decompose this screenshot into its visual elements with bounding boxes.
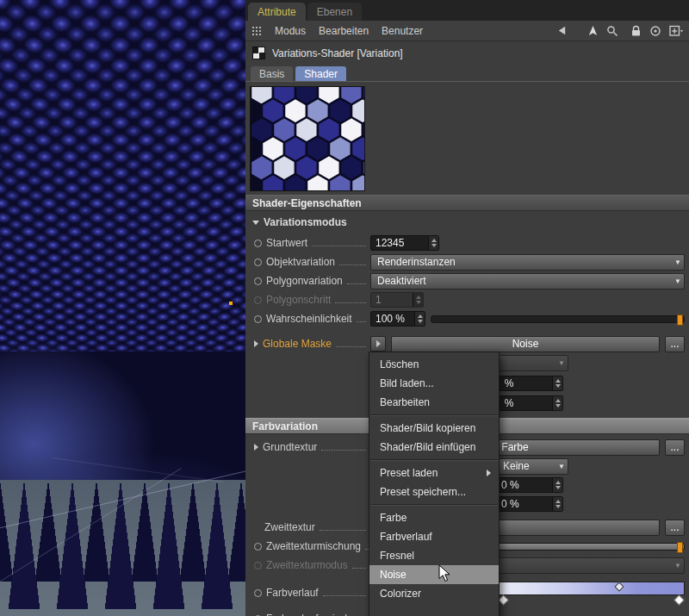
menu-separator	[370, 459, 498, 461]
section-shader-eigenschaften[interactable]: Shader-Eigenschaften	[245, 195, 689, 211]
dotted-leader	[339, 264, 366, 265]
dotted-leader	[336, 346, 366, 347]
attribute-manager-panel: Attribute Ebenen Modus Bearbeiten Benutz…	[245, 0, 689, 616]
anim-dot-icon	[254, 562, 262, 569]
gradient-knot[interactable]	[673, 594, 685, 606]
anim-dot-icon[interactable]	[254, 258, 262, 266]
slider-knob[interactable]	[677, 542, 683, 553]
menu-item-farbe[interactable]: Farbe	[369, 508, 499, 527]
param-label: Grundtextur	[263, 441, 317, 453]
group-label: Variationsmodus	[264, 216, 347, 228]
wahrscheinlichkeit-slider[interactable]	[431, 315, 685, 323]
shader-checker-icon	[252, 47, 265, 59]
collapse-triangle-icon	[252, 221, 259, 225]
tab-basis[interactable]: Basis	[251, 66, 293, 81]
stepper[interactable]	[552, 376, 562, 390]
anim-dot-icon[interactable]	[254, 543, 262, 551]
menu-item-farbverlauf[interactable]: Farbverlauf	[369, 527, 499, 546]
row-startwert: Startwert 12345	[245, 233, 689, 252]
anim-dot-icon[interactable]	[254, 240, 262, 247]
globale-maske-more-button[interactable]: ...	[665, 336, 685, 352]
dotted-leader	[323, 595, 366, 596]
menu-item-bild-laden[interactable]: Bild laden...	[369, 374, 499, 393]
expand-triangle-icon[interactable]	[254, 340, 258, 347]
grid-handle-icon[interactable]	[251, 26, 262, 35]
menu-modus[interactable]: Modus	[275, 25, 306, 37]
tab-ebenen[interactable]: Ebenen	[307, 3, 362, 21]
object-title: Variations-Shader [Variation]	[272, 47, 403, 59]
param-label: Zweittexturmodus	[266, 559, 348, 571]
mouse-cursor	[438, 564, 451, 582]
history-back-icon[interactable]	[556, 25, 568, 36]
anim-dot-icon[interactable]	[254, 277, 262, 285]
stepper[interactable]	[414, 312, 425, 326]
object-title-row: Variations-Shader [Variation]	[245, 41, 689, 65]
target-icon[interactable]	[649, 25, 661, 37]
menu-item-shader-bild-kopieren[interactable]: Shader/Bild kopieren	[369, 419, 499, 438]
param-label: Wahrscheinlichkeit	[266, 313, 352, 325]
shader-context-menu: Löschen Bild laden... Bearbeiten Shader/…	[369, 352, 500, 616]
menu-item-preset-speichern[interactable]: Preset speichern...	[369, 482, 499, 501]
grundtextur-prozent-field[interactable]: 0 %	[496, 477, 563, 493]
lock-icon[interactable]	[630, 25, 642, 37]
pointer-arrow-icon[interactable]	[587, 25, 599, 37]
axis-highlight-dot	[229, 302, 233, 305]
zweittextur-more-button[interactable]: ...	[665, 520, 685, 536]
dotted-leader	[357, 321, 366, 322]
tab-shader[interactable]: Shader	[295, 66, 346, 81]
param-label: Zweittextur	[264, 521, 315, 533]
anim-dot-icon[interactable]	[254, 589, 262, 597]
shader-menu-button[interactable]	[370, 336, 386, 352]
wahrscheinlichkeit-field[interactable]: 100 %	[370, 311, 425, 327]
polygonvariation-dropdown[interactable]: Deaktiviert▼	[370, 273, 685, 289]
viewport-floor-spikes	[0, 480, 245, 616]
param-label: Farbverlaufsmischung	[266, 613, 368, 616]
globale-maske-shader-button[interactable]: Noise	[391, 336, 660, 352]
grundtextur-prozent-field[interactable]: 0 %	[496, 496, 563, 512]
stepper[interactable]	[552, 497, 562, 511]
stepper[interactable]	[552, 478, 562, 492]
polygonschritt-field: 1	[370, 292, 424, 308]
menu-bearbeiten[interactable]: Bearbeiten	[319, 25, 369, 37]
new-panel-icon[interactable]	[669, 25, 683, 37]
stepper	[413, 293, 423, 307]
row-polygonvariation: Polygonvariation Deaktiviert▼	[245, 271, 689, 290]
dotted-leader	[320, 530, 366, 531]
stepper[interactable]	[428, 236, 438, 250]
menu-item-bearbeiten[interactable]: Bearbeiten	[369, 393, 499, 412]
param-label: Zweittexturmischung	[266, 540, 361, 552]
shader-preview-svg	[251, 87, 364, 190]
menubar-icon-group	[556, 25, 683, 37]
row-polygonschritt: Polygonschritt 1	[245, 290, 689, 309]
menu-item-preset-laden[interactable]: Preset laden	[369, 464, 499, 482]
group-variationsmodus[interactable]: Variationsmodus	[245, 215, 689, 230]
param-label: Farbverlauf	[266, 587, 319, 599]
menu-separator	[370, 414, 498, 416]
tab-attribute[interactable]: Attribute	[248, 3, 306, 21]
startwert-field[interactable]: 12345	[370, 235, 439, 251]
search-icon[interactable]	[606, 25, 618, 37]
menu-item-fresnel[interactable]: Fresnel	[369, 546, 499, 565]
panel-tab-bar: Attribute Ebenen	[245, 0, 689, 21]
menu-benutzer[interactable]: Benutzer	[382, 25, 423, 37]
grundtextur-modus-dropdown[interactable]: Keine▼	[496, 458, 568, 475]
anim-dot-icon[interactable]	[254, 315, 262, 323]
param-label: Polygonvariation	[266, 275, 343, 287]
shader-tab-bar: Basis Shader	[245, 65, 689, 82]
menu-item-colorizer[interactable]: Colorizer	[369, 584, 499, 603]
objektvariation-dropdown[interactable]: Renderinstanzen▼	[370, 254, 685, 271]
3d-viewport[interactable]	[0, 0, 246, 616]
attribute-menubar: Modus Bearbeiten Benutzer	[245, 21, 689, 41]
menu-separator	[370, 504, 498, 506]
menu-item-loeschen[interactable]: Löschen	[369, 355, 499, 374]
anim-dot-icon	[254, 296, 262, 304]
expand-triangle-icon[interactable]	[254, 444, 258, 451]
param-label: Polygonschritt	[266, 294, 331, 306]
param-label: Objektvariation	[266, 256, 335, 268]
menu-item-noise[interactable]: Noise	[369, 565, 499, 584]
shader-preview[interactable]	[250, 86, 365, 191]
grundtextur-more-button[interactable]: ...	[665, 439, 685, 456]
stepper[interactable]	[552, 396, 562, 410]
menu-item-shader-bild-einfuegen[interactable]: Shader/Bild einfügen	[369, 438, 499, 457]
slider-knob[interactable]	[677, 314, 683, 326]
